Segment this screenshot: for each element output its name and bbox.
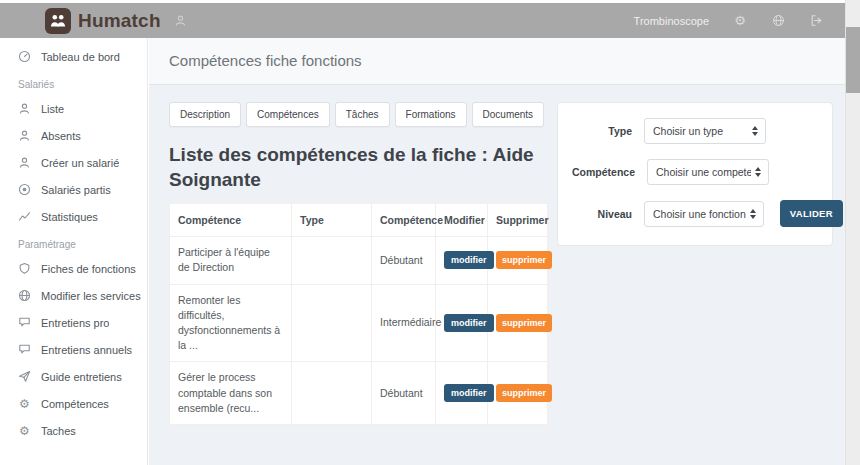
type-label: Type (572, 125, 632, 137)
sidebar-nav: Tableau de bord Salariés Liste Absents C… (0, 38, 148, 465)
add-competence-form: Type Choisir un type Compétence Choisir … (557, 102, 833, 246)
page-title: Compétences fiche fonctions (169, 52, 825, 69)
brand-name: Humatch (78, 10, 161, 32)
page-title-bar: Compétences fiche fonctions (149, 38, 845, 85)
user-icon (18, 129, 31, 142)
delete-button[interactable]: supprimer (496, 384, 552, 402)
sidebar-item-liste[interactable]: Liste (0, 95, 147, 122)
sidebar-section-parametrage: Paramétrage (0, 230, 147, 255)
gear-icon: ⚙ (18, 424, 31, 437)
tab-description[interactable]: Description (169, 102, 241, 127)
comments-icon (18, 343, 31, 356)
competences-table: Compétence Type Compétence Modifier Supp… (169, 203, 548, 425)
sidebar-item-label: Entretiens pro (41, 317, 109, 329)
form-row-niveau: Niveau Choisir une fonction VALIDER (572, 200, 818, 227)
cell-competence: Participer à l'équipe de Direction (170, 237, 292, 284)
sidebar-item-label: Entretiens annuels (41, 344, 132, 356)
main-content: Compétences fiche fonctions Description … (149, 38, 845, 465)
tab-formations[interactable]: Formations (395, 102, 467, 127)
col-header-supprimer: Supprimer (488, 204, 548, 237)
chart-line-icon (18, 210, 31, 223)
sidebar-item-tableau-de-bord[interactable]: Tableau de bord (0, 43, 147, 70)
sidebar-item-creer-un-salarie[interactable]: Créer un salarié (0, 149, 147, 176)
cell-niveau: Intermédiaire (372, 284, 436, 362)
valider-button[interactable]: VALIDER (780, 200, 843, 227)
cell-type (292, 284, 372, 362)
user-add-icon (18, 156, 31, 169)
globe-icon[interactable] (771, 14, 785, 28)
sidebar-item-modifier-les-services[interactable]: Modifier les services de l'e (0, 282, 147, 309)
cell-niveau: Débutant (372, 237, 436, 284)
sidebar-item-salaries-partis[interactable]: Salariés partis (0, 176, 147, 203)
sidebar-section-salaries: Salariés (0, 70, 147, 95)
competence-label: Compétence (572, 166, 635, 178)
tab-taches[interactable]: Tâches (335, 102, 390, 127)
sidebar-item-label: Guide entretiens (41, 371, 122, 383)
page-scrollbar[interactable] (845, 0, 860, 465)
modify-button[interactable]: modifier (444, 314, 494, 332)
form-row-type: Type Choisir un type (572, 118, 818, 144)
shield-icon (18, 262, 31, 275)
cell-type (292, 237, 372, 284)
cell-type (292, 362, 372, 425)
sidebar-item-entretiens-annuels[interactable]: Entretiens annuels (0, 336, 147, 363)
sidebar-item-taches[interactable]: ⚙ Taches (0, 417, 147, 444)
list-heading: Liste des compétences de la fiche : Aide… (169, 142, 547, 192)
select-arrows-icon (750, 209, 756, 219)
col-header-type: Type (292, 204, 372, 237)
logout-icon[interactable] (809, 14, 823, 28)
sidebar-item-label: Liste (41, 103, 64, 115)
comments-icon (18, 316, 31, 329)
type-select-value: Choisir un type (653, 125, 748, 137)
cell-competence: Gérer le process comptable dans son ense… (170, 362, 292, 425)
modify-button[interactable]: modifier (444, 251, 494, 269)
scrollbar-thumb[interactable] (846, 27, 860, 93)
col-header-competence: Compétence (170, 204, 292, 237)
cell-niveau: Débutant (372, 362, 436, 425)
sidebar-item-absents[interactable]: Absents (0, 122, 147, 149)
sidebar-item-statistiques[interactable]: Statistiques (0, 203, 147, 230)
navbar-right: Trombinoscope ⚙ (634, 14, 845, 28)
sidebar-item-label: Modifier les services de l'e (41, 290, 141, 302)
niveau-select[interactable]: Choisir une fonction (644, 201, 764, 227)
competence-select-value: Choisir une competence (656, 166, 751, 178)
tab-competences[interactable]: Compétences (246, 102, 330, 127)
col-header-niveau: Compétence (372, 204, 436, 237)
paper-plane-icon (18, 370, 31, 383)
niveau-label: Niveau (572, 208, 632, 220)
brand-logo[interactable]: Humatch (0, 8, 161, 34)
select-arrows-icon (752, 126, 758, 136)
form-row-competence: Compétence Choisir une competence (572, 159, 818, 185)
settings-icon[interactable]: ⚙ (733, 14, 747, 28)
app-window: Humatch Trombinoscope ⚙ (0, 0, 860, 465)
user-icon[interactable] (174, 14, 187, 27)
sidebar-item-fiches-de-fonctions[interactable]: Fiches de fonctions (0, 255, 147, 282)
sidebar-item-label: Créer un salarié (41, 157, 119, 169)
tab-documents[interactable]: Documents (472, 102, 545, 127)
sidebar-item-label: Absents (41, 130, 81, 142)
sidebar-item-label: Fiches de fonctions (41, 263, 136, 275)
table-row: Remonter les difficultés, dysfonctionnem… (170, 284, 548, 362)
cell-competence: Remonter les difficultés, dysfonctionnem… (170, 284, 292, 362)
table-row: Gérer le process comptable dans son ense… (170, 362, 548, 425)
competence-select[interactable]: Choisir une competence (647, 159, 769, 185)
sidebar-item-label: Taches (41, 425, 76, 437)
sidebar-item-competences[interactable]: ⚙ Compétences (0, 390, 147, 417)
fiche-tabs: Description Compétences Tâches Formation… (169, 102, 547, 127)
sidebar-item-guide-entretiens[interactable]: Guide entretiens (0, 363, 147, 390)
select-arrows-icon (755, 167, 761, 177)
delete-button[interactable]: supprimer (496, 251, 552, 269)
globe-icon (18, 289, 31, 302)
table-header-row: Compétence Type Compétence Modifier Supp… (170, 204, 548, 237)
sidebar-item-label: Tableau de bord (41, 51, 120, 63)
delete-button[interactable]: supprimer (496, 314, 552, 332)
sidebar-item-label: Compétences (41, 398, 109, 410)
col-header-modifier: Modifier (436, 204, 488, 237)
users-icon (18, 102, 31, 115)
trombinoscope-link[interactable]: Trombinoscope (634, 15, 709, 27)
niveau-select-value: Choisir une fonction (653, 208, 746, 220)
modify-button[interactable]: modifier (444, 384, 494, 402)
type-select[interactable]: Choisir un type (644, 118, 766, 144)
sidebar-item-entretiens-pro[interactable]: Entretiens pro (0, 309, 147, 336)
gear-icon: ⚙ (18, 397, 31, 410)
